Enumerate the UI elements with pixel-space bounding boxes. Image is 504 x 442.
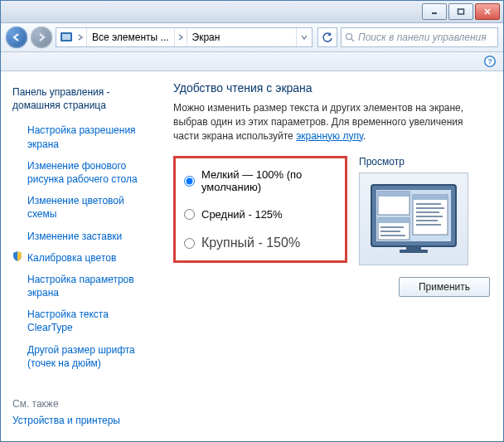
bullet-icon: [12, 343, 22, 353]
maximize-button[interactable]: [448, 3, 473, 20]
magnifier-link[interactable]: экранную лупу: [296, 130, 363, 142]
arrow-right-icon: [36, 32, 47, 43]
size-option-label: Крупный - 150%: [201, 236, 300, 250]
forward-button[interactable]: [31, 27, 52, 48]
chevron-right-icon[interactable]: [175, 28, 187, 46]
svg-rect-18: [416, 207, 444, 209]
sidebar-link[interactable]: Изменение заставки: [27, 226, 122, 247]
breadcrumb[interactable]: Все элементы ... Экран: [56, 27, 313, 47]
sidebar-home-link[interactable]: Панель управления - домашняя страница: [12, 81, 150, 116]
svg-point-6: [346, 34, 352, 40]
close-icon: [483, 8, 492, 15]
bullet-icon: [12, 194, 22, 204]
titlebar: [1, 1, 503, 23]
sidebar-item: Изменение заставки: [12, 226, 150, 247]
close-button[interactable]: [475, 3, 500, 20]
navbar: Все элементы ... Экран Поиск в панели уп…: [1, 23, 503, 52]
chevron-down-icon: [301, 34, 308, 41]
sidebar-link[interactable]: Настройка разрешения экрана: [27, 119, 150, 154]
svg-rect-20: [416, 216, 443, 217]
body: Панель управления - домашняя страница На…: [1, 71, 503, 441]
sidebar-item: Изменение цветовой схемы: [12, 190, 150, 225]
button-row: Применить: [173, 277, 490, 297]
preview-box: [359, 172, 468, 265]
help-button[interactable]: ?: [483, 55, 497, 68]
sidebar-link[interactable]: Изменение фонового рисунка рабочего стол…: [27, 155, 150, 190]
svg-rect-19: [416, 211, 439, 213]
size-radio[interactable]: [184, 176, 195, 187]
svg-rect-15: [413, 195, 448, 235]
svg-rect-1: [458, 9, 464, 14]
size-option: Крупный - 150%: [184, 236, 337, 250]
breadcrumb-dropdown[interactable]: [296, 28, 312, 46]
seealso-label: См. также: [12, 398, 150, 410]
bullet-icon: [12, 230, 22, 240]
svg-rect-24: [378, 218, 410, 223]
search-placeholder: Поиск в панели управления: [358, 32, 487, 43]
maximize-icon: [457, 8, 465, 15]
svg-rect-14: [378, 192, 410, 197]
sidebar-item: Другой размер шрифта (точек на дюйм): [12, 339, 150, 374]
size-option-label: Средний - 125%: [201, 208, 283, 221]
sidebar-link[interactable]: Изменение цветовой схемы: [27, 190, 150, 225]
refresh-icon: [322, 32, 333, 43]
size-option: Средний - 125%: [184, 208, 337, 221]
minimize-icon: [430, 8, 439, 15]
svg-text:?: ?: [487, 57, 492, 66]
svg-rect-22: [416, 224, 441, 226]
sidebar-link[interactable]: Настройка текста ClearType: [27, 304, 150, 338]
breadcrumb-seg-1[interactable]: Все элементы ...: [87, 28, 175, 46]
sidebar-item: Настройка разрешения экрана: [12, 119, 150, 154]
main-content: Удобство чтения с экрана Можно изменить …: [158, 71, 503, 441]
svg-rect-29: [400, 250, 428, 253]
window-frame: Все элементы ... Экран Поиск в панели уп…: [0, 0, 504, 442]
seealso-links: Устройства и принтеры: [12, 410, 150, 431]
chevron-right-icon[interactable]: [75, 28, 87, 46]
svg-line-7: [351, 39, 354, 41]
control-panel-icon: [58, 29, 75, 46]
svg-rect-21: [416, 220, 438, 221]
toolbar: ?: [1, 52, 503, 71]
bullet-icon: [12, 308, 22, 318]
sidebar-links: Настройка разрешения экранаИзменение фон…: [12, 119, 150, 374]
bullet-icon: [12, 124, 22, 134]
sidebar-item: Настройка параметров экрана: [12, 269, 150, 304]
page-description: Можно изменить размер текста и других эл…: [173, 101, 490, 143]
size-option: Мелкий — 100% (по умолчанию): [184, 168, 337, 193]
size-radio[interactable]: [184, 238, 195, 249]
search-icon: [345, 32, 355, 42]
size-options: Мелкий — 100% (по умолчанию)Средний - 12…: [173, 156, 347, 263]
svg-rect-26: [380, 231, 400, 232]
sidebar-item: Изменение фонового рисунка рабочего стол…: [12, 155, 150, 190]
back-button[interactable]: [6, 27, 27, 48]
page-title: Удобство чтения с экрана: [173, 81, 490, 95]
window-buttons: [422, 3, 500, 20]
sidebar-link[interactable]: Калибровка цветов: [27, 247, 116, 269]
refresh-button[interactable]: [317, 27, 337, 47]
sidebar-item: Калибровка цветов: [12, 247, 150, 269]
preview-section: Просмотр: [359, 156, 490, 265]
svg-rect-16: [413, 195, 448, 200]
apply-button[interactable]: Применить: [399, 277, 490, 297]
breadcrumb-seg-2[interactable]: Экран: [187, 28, 225, 46]
sidebar-link[interactable]: Настройка параметров экрана: [27, 269, 150, 304]
seealso-link[interactable]: Устройства и принтеры: [12, 410, 150, 431]
shield-icon: [12, 251, 22, 261]
size-option-label: Мелкий — 100% (по умолчанию): [201, 168, 337, 193]
help-icon: ?: [483, 55, 497, 68]
svg-rect-27: [380, 235, 405, 236]
sidebar-item: Настройка текста ClearType: [12, 304, 150, 338]
monitor-preview-icon: [368, 182, 459, 256]
search-input[interactable]: Поиск в панели управления: [341, 27, 498, 47]
minimize-button[interactable]: [422, 3, 447, 20]
arrow-left-icon: [11, 32, 22, 43]
bullet-icon: [12, 273, 22, 283]
bullet-icon: [12, 159, 22, 169]
svg-rect-28: [406, 246, 421, 250]
sidebar-link[interactable]: Другой размер шрифта (точек на дюйм): [27, 339, 150, 374]
options-row: Мелкий — 100% (по умолчанию)Средний - 12…: [173, 156, 490, 265]
svg-rect-17: [416, 203, 441, 205]
size-radio[interactable]: [184, 209, 195, 220]
desc-text-2: .: [363, 130, 366, 142]
sidebar: Панель управления - домашняя страница На…: [1, 71, 158, 441]
